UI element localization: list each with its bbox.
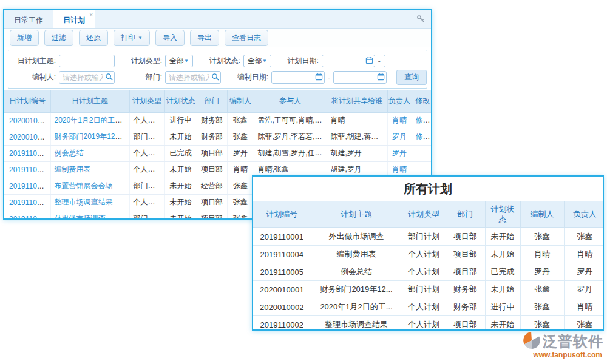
calendar-icon[interactable]	[377, 73, 385, 83]
plan-date-to-input[interactable]	[384, 55, 427, 67]
plan-subject-link[interactable]: 编制费用表	[55, 165, 91, 174]
plan-type: 个人计划	[402, 316, 446, 331]
table-cell: 外出做市场调查	[50, 211, 129, 220]
plan-participants: 陈菲,罗丹,李若若,罗...	[254, 129, 327, 145]
plan-share-with: 胡建,罗丹	[327, 145, 387, 161]
column-header: 计划状态	[164, 90, 197, 112]
plan-dept: 财务部	[197, 112, 227, 129]
plan-dept: 项目部	[197, 161, 227, 178]
restore-button[interactable]: 还原	[79, 30, 108, 46]
plan-subject-link[interactable]: 布置营销展会会场	[55, 181, 113, 190]
plan-status: 已完成	[485, 263, 520, 281]
plan-dept: 项目部	[446, 246, 485, 263]
logo-url: www.fanpusoft.com	[533, 351, 602, 359]
plan-subject-input[interactable]	[59, 55, 115, 67]
plan-share-with: 陈菲,胡建,蒋德帧,...	[327, 129, 387, 145]
plan-id-link[interactable]: 2019110003	[9, 182, 49, 190]
close-icon[interactable]: ×	[89, 12, 93, 18]
plan-id-link[interactable]: 2019110002	[9, 198, 49, 207]
filter-panel: 日计划主题: 计划类型: 全部 ▼ 计划状态: 全部 ▼ 计划日期: -	[8, 50, 427, 89]
plan-owner-link[interactable]: 罗丹	[392, 132, 407, 141]
tab-daily-work[interactable]: 日常工作	[4, 10, 53, 28]
table-cell: 修改	[412, 112, 432, 129]
plan-dept: 财务部	[446, 281, 485, 298]
plan-subject-link[interactable]: 外出做市场调查	[55, 214, 106, 220]
plan-subject-link[interactable]: 2020年1月2日的工作日...	[55, 116, 130, 124]
make-date-label: 编制日期:	[229, 72, 268, 83]
export-button[interactable]: 导出	[190, 30, 219, 46]
toolbar: 新增 过滤 还原 打印▼ 导入 导出 查看日志	[4, 29, 431, 47]
search-icon[interactable]	[105, 73, 113, 83]
column-header: 编制人	[520, 201, 564, 228]
plan-status-select[interactable]: 全部 ▼	[243, 55, 271, 67]
table-cell: 2020年1月2日的工作日...	[50, 112, 129, 129]
column-header: 编制人	[227, 90, 254, 112]
print-button[interactable]: 打印▼	[114, 30, 150, 46]
plan-type-select[interactable]: 全部 ▼	[165, 55, 193, 67]
table-row: 2019110001外出做市场调查部门计划项目部未开始张鑫张鑫	[253, 228, 604, 246]
plan-status: 未开始	[164, 194, 197, 211]
plan-status: 未开始	[485, 316, 520, 331]
edit-link[interactable]: 修改	[416, 132, 430, 141]
column-header: 计划编号	[253, 201, 311, 228]
creator-label: 编制人:	[12, 72, 56, 83]
plan-type: 部门计划	[402, 281, 446, 298]
logo-text: 泛普软件	[543, 332, 603, 351]
calendar-icon[interactable]	[315, 73, 323, 83]
plan-creator: 张鑫	[520, 281, 564, 298]
plan-id-link[interactable]: 2020010001	[9, 133, 50, 141]
plan-owner-link[interactable]: 罗丹	[392, 149, 407, 157]
calendar-icon[interactable]	[365, 56, 373, 66]
plan-id-link[interactable]: 2020010002	[9, 116, 50, 125]
plan-status: 未开始	[485, 246, 520, 263]
column-header: 参与人	[254, 90, 327, 112]
plan-id-link[interactable]: 2019110004	[9, 166, 49, 174]
plan-creator: 罗丹	[227, 145, 254, 161]
filter-button[interactable]: 过滤	[44, 30, 73, 46]
plan-dept: 项目部	[197, 145, 227, 161]
plan-type: 部门计划	[129, 178, 164, 194]
plan-creator: 张鑫	[227, 194, 254, 211]
plan-owner: 肖晴	[564, 246, 604, 263]
plan-dept: 项目部	[197, 211, 227, 220]
plan-type-label: 计划类型:	[123, 56, 162, 66]
plan-type: 部门计划	[402, 228, 446, 246]
plan-subject-link[interactable]: 例会总结	[55, 149, 84, 157]
plan-type: 个人计划	[129, 161, 164, 178]
plan-owner: 罗丹	[564, 263, 604, 281]
add-button[interactable]: 新增	[10, 30, 39, 46]
edit-link[interactable]: 修改	[416, 116, 430, 124]
table-header-row: 计划编号计划主题计划类型部门计划状态编制人负责人	[253, 201, 604, 228]
plan-id-link[interactable]: 2019110001	[9, 215, 49, 220]
caret-down-icon: ▼	[262, 58, 267, 64]
search-icon[interactable]	[211, 73, 219, 83]
plan-owner-link[interactable]: 肖晴	[392, 116, 407, 124]
query-button[interactable]: 查询	[396, 70, 427, 85]
vendor-logo: 泛普软件 www.fanpusoft.com	[523, 331, 603, 359]
table-row: 2020010001财务部门2019年12月的...部门计划未开始财务部张鑫陈菲…	[4, 129, 432, 145]
plan-type: 部门计划	[129, 129, 164, 145]
plan-subject-link[interactable]: 财务部门2019年12月的...	[55, 132, 130, 141]
plan-subject: 外出做市场调查	[311, 228, 402, 246]
table-cell: 罗丹	[387, 129, 412, 145]
table-cell: 肖晴	[387, 112, 412, 129]
tab-daily-plan[interactable]: 日计划 ×	[53, 10, 95, 28]
plan-status: 未开始	[164, 211, 197, 220]
plan-status: 进行中	[164, 112, 197, 129]
dept-label: 部门:	[123, 72, 162, 83]
table-cell: 2019110005	[4, 145, 50, 161]
key-icon[interactable]	[416, 15, 425, 25]
plan-subject-link[interactable]: 整理市场调查结果	[55, 198, 113, 206]
column-header: 部门	[197, 90, 227, 112]
view-log-button[interactable]: 查看日志	[225, 30, 268, 46]
plan-share-with: 肖晴	[327, 112, 387, 129]
table-cell: 2019110001	[4, 211, 50, 220]
plan-id-link[interactable]: 2019110005	[9, 149, 49, 158]
table-row: 2020010001财务部门2019年12...部门计划财务部未开始张鑫罗丹	[253, 281, 604, 298]
column-header: 计划类型	[402, 201, 446, 228]
plan-status: 未开始	[485, 281, 520, 298]
import-button[interactable]: 导入	[155, 30, 185, 46]
plan-dept: 项目部	[446, 316, 485, 331]
plan-owner-link[interactable]: 肖晴	[392, 165, 407, 174]
plan-subject: 编制费用表	[311, 246, 402, 263]
